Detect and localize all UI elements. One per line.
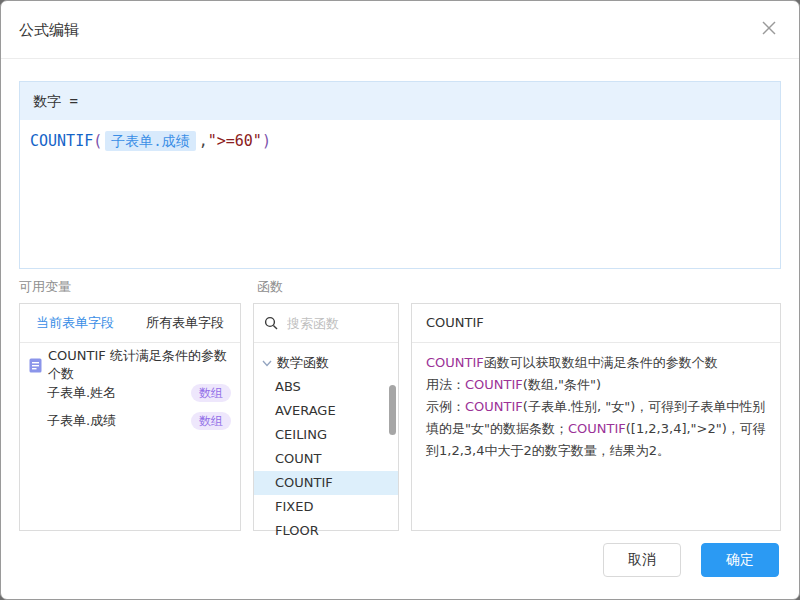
function-item-countif[interactable]: COUNTIF [254, 471, 398, 495]
array-badge: 数组 [191, 384, 231, 402]
confirm-button[interactable]: 确定 [701, 543, 779, 577]
formula-editor[interactable]: 数字 = COUNTIF(子表单.成绩,">=60") [19, 81, 781, 269]
functions-panel: 数学函数 ABS AVERAGE CEILING COUNT COUNTIF F… [253, 303, 399, 531]
function-item-count[interactable]: COUNT [254, 447, 398, 471]
formula-close-paren: ) [262, 132, 271, 150]
variable-label: 子表单.姓名 [47, 384, 116, 402]
dialog-footer: 取消 确定 [603, 543, 779, 577]
variables-tabs: 当前表单字段 所有表单字段 [20, 304, 240, 343]
tab-all-form-fields[interactable]: 所有表单字段 [130, 304, 240, 342]
functions-section-label: 函数 [257, 278, 283, 296]
variable-row-subform-score[interactable]: 子表单.成绩 数组 [20, 407, 240, 435]
formula-open-paren: ( [93, 132, 102, 150]
array-badge: 数组 [191, 412, 231, 430]
function-detail-panel: COUNTIF COUNTIF函数可以获取数组中满足条件的参数个数 用法：COU… [411, 303, 781, 531]
close-button[interactable] [757, 18, 781, 42]
formula-field-token[interactable]: 子表单.成绩 [105, 131, 195, 151]
function-item-ceiling[interactable]: CEILING [254, 423, 398, 447]
close-icon [761, 20, 777, 40]
formula-comma: , [199, 132, 208, 150]
variable-row-subform-name[interactable]: 子表单.姓名 数组 [20, 379, 240, 407]
function-search-box[interactable] [254, 304, 398, 343]
function-group-label: 数学函数 [277, 354, 329, 372]
dialog-title: 公式编辑 [19, 21, 79, 40]
dialog-header: 公式编辑 [1, 1, 799, 59]
function-list-scrollbar[interactable] [389, 385, 396, 435]
function-item-abs[interactable]: ABS [254, 375, 398, 399]
variable-label: 子表单.成绩 [47, 412, 116, 430]
formula-function-name: COUNTIF [30, 132, 93, 150]
function-usage: 用法：COUNTIF(数组,"条件") [426, 374, 766, 396]
variable-group-row[interactable]: COUNTIF 统计满足条件的参数个数 [20, 351, 240, 379]
function-list: 数学函数 ABS AVERAGE CEILING COUNT COUNTIF F… [254, 343, 398, 543]
function-item-fixed[interactable]: FIXED [254, 495, 398, 519]
variables-tree: COUNTIF 统计满足条件的参数个数 子表单.姓名 数组 子表单.成绩 数组 [20, 343, 240, 435]
formula-string-arg: ">=60" [208, 132, 262, 150]
formula-result-label: 数字 = [20, 82, 780, 120]
function-item-average[interactable]: AVERAGE [254, 399, 398, 423]
variables-section-label: 可用变量 [19, 278, 71, 296]
function-summary: COUNTIF函数可以获取数组中满足条件的参数个数 [426, 352, 766, 374]
function-item-floor[interactable]: FLOOR [254, 519, 398, 543]
function-detail-body: COUNTIF函数可以获取数组中满足条件的参数个数 用法：COUNTIF(数组,… [412, 343, 780, 471]
search-icon [264, 316, 278, 330]
function-example: 示例：COUNTIF(子表单.性别, "女")，可得到子表单中性别填的是"女"的… [426, 396, 766, 462]
cancel-button[interactable]: 取消 [603, 543, 681, 577]
tab-current-form-fields[interactable]: 当前表单字段 [20, 304, 130, 342]
variables-panel: 当前表单字段 所有表单字段 COUNTIF 统计满足条件的参数个数 子表单.姓名… [19, 303, 241, 531]
function-search-input[interactable] [285, 315, 388, 332]
variable-group-label: COUNTIF 统计满足条件的参数个数 [48, 347, 231, 383]
function-group-math[interactable]: 数学函数 [254, 351, 398, 375]
function-detail-title: COUNTIF [412, 304, 780, 343]
chevron-down-icon [262, 360, 272, 367]
document-icon [29, 358, 42, 373]
formula-expression[interactable]: COUNTIF(子表单.成绩,">=60") [20, 120, 780, 163]
formula-edit-dialog: 公式编辑 数字 = COUNTIF(子表单.成绩,">=60") 可用变量 函数… [0, 0, 800, 600]
